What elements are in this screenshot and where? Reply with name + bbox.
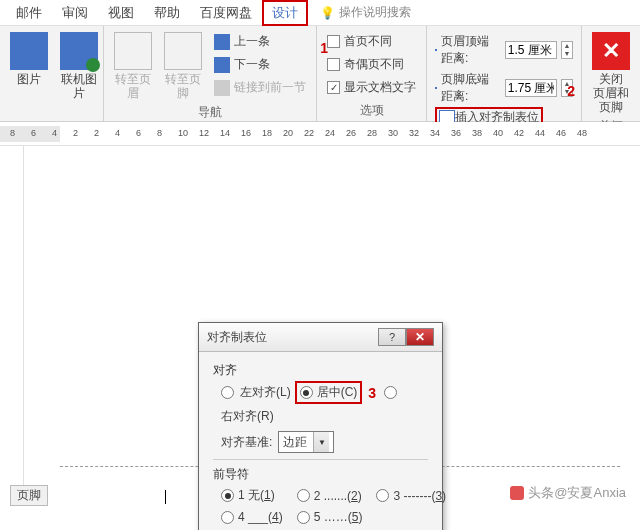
header-dist-icon xyxy=(435,49,437,51)
align-left-label: 左对齐(L) xyxy=(240,384,291,401)
goto-header-label: 转至页眉 xyxy=(114,72,152,100)
horizontal-ruler[interactable]: 8642246810121416182022242628303234363840… xyxy=(0,122,640,146)
up-arrow-icon xyxy=(214,34,230,50)
tab-review[interactable]: 审阅 xyxy=(52,0,98,26)
goto-footer-label: 转至页脚 xyxy=(164,72,202,100)
footer-distance-input[interactable] xyxy=(505,79,557,97)
tell-me-placeholder: 操作说明搜索 xyxy=(339,4,411,21)
dialog-titlebar[interactable]: 对齐制表位 ? ✕ xyxy=(199,323,442,352)
nav-next-label: 下一条 xyxy=(234,56,270,73)
leader-section-label: 前导符 xyxy=(213,466,428,483)
dialog-title: 对齐制表位 xyxy=(207,329,267,346)
leader-5-radio[interactable] xyxy=(297,511,310,524)
dialog-help-button[interactable]: ? xyxy=(378,328,406,346)
align-section-label: 对齐 xyxy=(213,362,428,379)
odd-even-diff-label: 奇偶页不同 xyxy=(344,56,404,73)
nav-previous-label: 上一条 xyxy=(234,33,270,50)
tab-help[interactable]: 帮助 xyxy=(144,0,190,26)
nav-small-group: 上一条 下一条 链接到前一节 xyxy=(210,30,310,99)
text-cursor xyxy=(165,490,166,504)
checkbox-icon xyxy=(327,35,340,48)
close-hf-label: 关闭 页眉和页脚 xyxy=(592,72,630,114)
footer-dist-label: 页脚底端距离: xyxy=(441,71,501,105)
checkbox-icon xyxy=(327,58,340,71)
show-doc-text-label: 显示文档文字 xyxy=(344,79,416,96)
ribbon: 图片 联机图片 转至页眉 转至页脚 xyxy=(0,26,640,122)
tab-mail[interactable]: 邮件 xyxy=(6,0,52,26)
picture-label: 图片 xyxy=(17,72,41,86)
menu-bar: 邮件 审阅 视图 帮助 百度网盘 设计 💡 操作说明搜索 xyxy=(0,0,640,26)
document-area: 页脚 对齐制表位 ? ✕ 对齐 左对齐(L) 居中(C) xyxy=(0,146,640,506)
tab-view[interactable]: 视图 xyxy=(98,0,144,26)
close-icon: ✕ xyxy=(592,32,630,70)
align-center-label: 居中(C) xyxy=(317,384,358,401)
goto-footer-button[interactable]: 转至页脚 xyxy=(160,30,206,102)
tell-me-search[interactable]: 💡 操作说明搜索 xyxy=(320,4,634,21)
baseline-value: 边距 xyxy=(283,434,307,451)
align-right-label: 右对齐(R) xyxy=(221,408,274,425)
first-page-diff-label: 首页不同 xyxy=(344,33,392,50)
watermark: 头条@安夏Anxia xyxy=(510,484,626,502)
link-previous-label: 链接到前一节 xyxy=(234,79,306,96)
annotation-3: 3 xyxy=(368,385,376,401)
leader-1-radio[interactable] xyxy=(221,489,234,502)
footer-icon xyxy=(164,32,202,70)
leader-grid: 1 无(1) 2 .......(2) 3 -------(3) 4 ___(4… xyxy=(221,487,428,524)
lightbulb-icon: 💡 xyxy=(320,6,335,20)
insert-online-picture-button[interactable]: 联机图片 xyxy=(56,30,102,102)
footer-marker-tag: 页脚 xyxy=(10,485,48,506)
group-close: ✕ 关闭 页眉和页脚 关闭 xyxy=(582,26,640,121)
tab-baidu[interactable]: 百度网盘 xyxy=(190,0,262,26)
align-right-radio[interactable] xyxy=(384,386,397,399)
goto-header-button[interactable]: 转至页眉 xyxy=(110,30,156,102)
alignment-tab-dialog: 对齐制表位 ? ✕ 对齐 左对齐(L) 居中(C) 3 右对齐( xyxy=(198,322,443,530)
header-dist-spinner[interactable]: ▲▼ xyxy=(561,41,573,59)
leader-3-radio[interactable] xyxy=(376,489,389,502)
group-position: 页眉顶端距离: ▲▼ 页脚底端距离: ▲▼ 插入对齐制表位 xyxy=(427,26,582,121)
baseline-select[interactable]: 边距 ▼ xyxy=(278,431,334,453)
leader-4-radio[interactable] xyxy=(221,511,234,524)
group-options-label: 选项 xyxy=(323,100,420,121)
link-previous-button[interactable]: 链接到前一节 xyxy=(212,78,308,97)
header-distance-row: 页眉顶端距离: ▲▼ xyxy=(435,32,573,68)
nav-next-button[interactable]: 下一条 xyxy=(212,55,308,74)
group-options: 首页不同 奇偶页不同 ✓ 显示文档文字 选项 xyxy=(317,26,427,121)
align-left-radio[interactable] xyxy=(221,386,234,399)
group-images: 图片 联机图片 xyxy=(0,26,104,121)
group-navigation: 转至页眉 转至页脚 上一条 下一条 xyxy=(104,26,317,121)
first-page-diff-checkbox[interactable]: 首页不同 xyxy=(325,32,418,51)
close-header-footer-button[interactable]: ✕ 关闭 页眉和页脚 xyxy=(588,30,634,116)
insert-picture-button[interactable]: 图片 xyxy=(6,30,52,88)
dialog-close-button[interactable]: ✕ xyxy=(406,328,434,346)
show-doc-text-checkbox[interactable]: ✓ 显示文档文字 xyxy=(325,78,418,97)
online-picture-label: 联机图片 xyxy=(60,72,98,100)
align-center-radio[interactable] xyxy=(300,386,313,399)
odd-even-diff-checkbox[interactable]: 奇偶页不同 xyxy=(325,55,418,74)
baseline-label: 对齐基准: xyxy=(221,434,272,451)
footer-distance-row: 页脚底端距离: ▲▼ xyxy=(435,70,573,106)
down-arrow-icon xyxy=(214,57,230,73)
group-nav-label: 导航 xyxy=(110,102,310,123)
header-icon xyxy=(114,32,152,70)
annotation-1: 1 xyxy=(320,40,328,56)
chevron-down-icon: ▼ xyxy=(313,432,329,452)
watermark-logo-icon xyxy=(510,486,524,500)
online-picture-icon xyxy=(60,32,98,70)
header-distance-input[interactable] xyxy=(505,41,557,59)
picture-icon xyxy=(10,32,48,70)
checkbox-icon: ✓ xyxy=(327,81,340,94)
annotation-2: 2 xyxy=(567,83,575,99)
vertical-ruler[interactable] xyxy=(0,146,24,506)
leader-2-radio[interactable] xyxy=(297,489,310,502)
header-dist-label: 页眉顶端距离: xyxy=(441,33,501,67)
watermark-text: 头条@安夏Anxia xyxy=(528,484,626,502)
footer-dist-icon xyxy=(435,87,437,89)
nav-previous-button[interactable]: 上一条 xyxy=(212,32,308,51)
align-row: 左对齐(L) 居中(C) 3 右对齐(R) xyxy=(221,383,428,425)
link-icon xyxy=(214,80,230,96)
tab-design[interactable]: 设计 xyxy=(262,0,308,26)
